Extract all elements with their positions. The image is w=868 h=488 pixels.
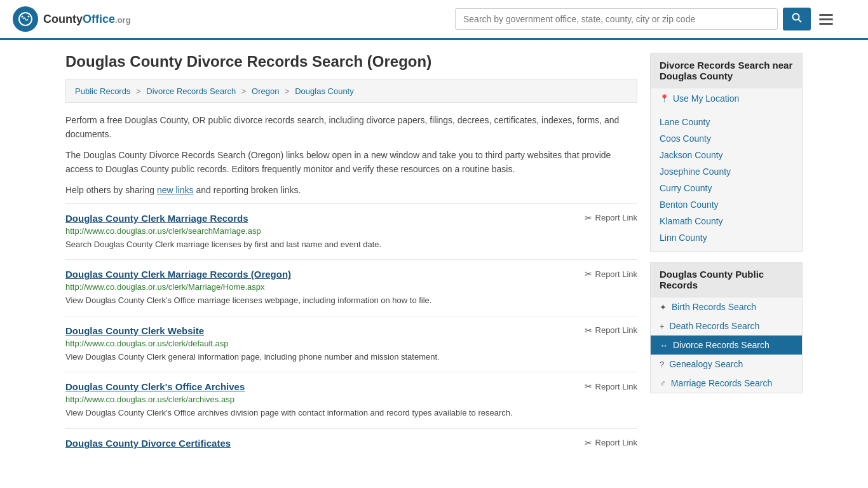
result-url-2: http://www.co.douglas.or.us/clerk/Marria…: [65, 282, 637, 292]
result-header: Douglas County Clerk Website ✂ Report Li…: [65, 325, 637, 336]
klamath-county-link[interactable]: Klamath County: [660, 216, 723, 226]
report-link-5[interactable]: ✂ Report Link: [585, 438, 637, 448]
report-icon-1: ✂: [585, 213, 592, 223]
list-item: Jackson County: [651, 147, 802, 163]
jackson-county-link[interactable]: Jackson County: [660, 150, 723, 160]
divorce-records-link[interactable]: Divorce Records Search: [673, 340, 770, 350]
use-my-location[interactable]: 📍 Use My Location: [651, 88, 802, 109]
page-title: Douglas County Divorce Records Search (O…: [65, 53, 637, 71]
report-icon-2: ✂: [585, 269, 592, 279]
breadcrumb-public-records[interactable]: Public Records: [75, 86, 130, 96]
birth-records-item[interactable]: ✦ Birth Records Search: [651, 297, 802, 316]
menu-button[interactable]: [816, 11, 836, 28]
result-item: Douglas County Divorce Certificates ✂ Re…: [65, 428, 637, 460]
death-icon: +: [660, 322, 665, 331]
list-item: Linn County: [651, 229, 802, 246]
genealogy-icon: ?: [660, 360, 664, 369]
search-input[interactable]: [455, 8, 778, 30]
breadcrumb: Public Records > Divorce Records Search …: [65, 79, 637, 103]
divorce-icon: ↔: [660, 341, 668, 350]
coos-county-link[interactable]: Coos County: [660, 133, 711, 144]
search-area: [455, 8, 836, 30]
result-item: Douglas County Clerk Website ✂ Report Li…: [65, 316, 637, 372]
birth-icon: ✦: [660, 302, 667, 312]
logo-area: CountyOffice.org: [13, 6, 131, 32]
result-item: Douglas County Clerk's Office Archives ✂…: [65, 372, 637, 428]
svg-point-3: [793, 14, 799, 20]
breadcrumb-sep3: >: [285, 86, 292, 96]
result-title-5[interactable]: Douglas County Divorce Certificates: [65, 438, 231, 449]
lane-county-link[interactable]: Lane County: [660, 117, 710, 127]
logo-text: CountyOffice.org: [43, 13, 131, 26]
result-title-3[interactable]: Douglas County Clerk Website: [65, 325, 204, 336]
death-records-item[interactable]: + Death Records Search: [651, 316, 802, 336]
breadcrumb-sep1: >: [136, 86, 143, 96]
death-records-link[interactable]: Death Records Search: [670, 321, 760, 331]
site-header: CountyOffice.org: [0, 0, 868, 40]
svg-point-2: [28, 16, 30, 18]
result-url-1: http://www.co.douglas.or.us/clerk/search…: [65, 226, 637, 236]
marriage-icon: ♂: [660, 379, 666, 388]
result-desc-1: Search Douglas County Clerk marriage lic…: [65, 238, 637, 251]
breadcrumb-douglas-county[interactable]: Douglas County: [295, 86, 354, 96]
result-desc-3: View Douglas County Clerk general inform…: [65, 351, 637, 363]
result-header: Douglas County Clerk's Office Archives ✂…: [65, 381, 637, 392]
public-records-section: Douglas County Public Records ✦ Birth Re…: [650, 262, 803, 393]
breadcrumb-sep2: >: [241, 86, 248, 96]
result-desc-2: View Douglas County Clerk's Office marri…: [65, 294, 637, 307]
curry-county-link[interactable]: Curry County: [660, 183, 712, 193]
benton-county-link[interactable]: Benton County: [660, 200, 719, 210]
list-item: Klamath County: [651, 213, 802, 229]
report-link-1[interactable]: ✂ Report Link: [585, 213, 637, 223]
report-link-2[interactable]: ✂ Report Link: [585, 269, 637, 279]
report-link-3[interactable]: ✂ Report Link: [585, 325, 637, 336]
breadcrumb-divorce-records[interactable]: Divorce Records Search: [146, 86, 236, 96]
breadcrumb-oregon[interactable]: Oregon: [252, 86, 279, 96]
result-header: Douglas County Divorce Certificates ✂ Re…: [65, 438, 637, 449]
description-2: The Douglas County Divorce Records Searc…: [65, 148, 637, 177]
main-container: Douglas County Divorce Records Search (O…: [53, 40, 815, 473]
list-item: Lane County: [651, 114, 802, 130]
list-item: Josephine County: [651, 163, 802, 180]
marriage-records-link[interactable]: Marriage Records Search: [671, 378, 773, 388]
marriage-records-item[interactable]: ♂ Marriage Records Search: [651, 374, 802, 393]
result-desc-4: View Douglas County Clerk's Office archi…: [65, 407, 637, 419]
new-links[interactable]: new links: [157, 185, 194, 195]
genealogy-link[interactable]: Genealogy Search: [669, 359, 743, 369]
search-button[interactable]: [783, 8, 811, 30]
nearby-header: Divorce Records Search near Douglas Coun…: [651, 53, 802, 88]
public-records-header: Douglas County Public Records: [651, 262, 802, 297]
report-icon-4: ✂: [585, 381, 592, 391]
list-item: Coos County: [651, 130, 802, 147]
nearby-county-list: Lane County Coos County Jackson County J…: [651, 109, 802, 251]
description-1: Perform a free Douglas County, OR public…: [65, 113, 637, 142]
content-area: Douglas County Divorce Records Search (O…: [65, 53, 637, 460]
description-3: Help others by sharing new links and rep…: [65, 183, 637, 197]
result-title-2[interactable]: Douglas County Clerk Marriage Records (O…: [65, 269, 291, 280]
divorce-records-item[interactable]: ↔ Divorce Records Search: [651, 336, 802, 355]
result-title-4[interactable]: Douglas County Clerk's Office Archives: [65, 381, 245, 392]
birth-records-link[interactable]: Birth Records Search: [672, 302, 756, 312]
nearby-section: Divorce Records Search near Douglas Coun…: [650, 53, 803, 252]
result-item: Douglas County Clerk Marriage Records ✂ …: [65, 203, 637, 260]
genealogy-item[interactable]: ? Genealogy Search: [651, 355, 802, 374]
svg-line-4: [799, 20, 802, 23]
josephine-county-link[interactable]: Josephine County: [660, 166, 731, 177]
report-icon-3: ✂: [585, 325, 592, 336]
report-link-4[interactable]: ✂ Report Link: [585, 381, 637, 391]
location-pin-icon: 📍: [660, 94, 669, 103]
result-header: Douglas County Clerk Marriage Records ✂ …: [65, 213, 637, 224]
list-item: Benton County: [651, 196, 802, 213]
result-header: Douglas County Clerk Marriage Records (O…: [65, 269, 637, 280]
linn-county-link[interactable]: Linn County: [660, 233, 707, 243]
logo-icon: [13, 6, 38, 32]
result-title-1[interactable]: Douglas County Clerk Marriage Records: [65, 213, 248, 224]
sidebar: Divorce Records Search near Douglas Coun…: [650, 53, 803, 460]
list-item: Curry County: [651, 180, 802, 196]
svg-point-1: [22, 16, 24, 18]
report-icon-5: ✂: [585, 438, 592, 448]
use-my-location-link[interactable]: Use My Location: [673, 93, 739, 104]
result-url-4: http://www.co.douglas.or.us/clerk/archiv…: [65, 395, 637, 404]
result-item: Douglas County Clerk Marriage Records (O…: [65, 259, 637, 316]
result-url-3: http://www.co.douglas.or.us/clerk/defaul…: [65, 339, 637, 348]
